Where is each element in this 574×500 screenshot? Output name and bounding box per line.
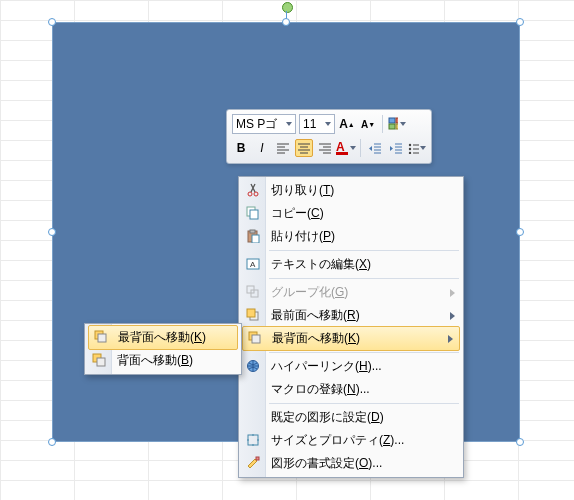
resize-handle-mr[interactable] <box>516 228 524 236</box>
menu-item-send-to-back[interactable]: 最背面へ移動(K) <box>242 326 460 351</box>
chevron-right-icon <box>450 312 455 320</box>
align-left-icon <box>276 142 290 154</box>
menu-item-size-properties[interactable]: サイズとプロパティ(Z)... <box>241 429 461 452</box>
menu-separator <box>269 403 459 404</box>
shrink-font-button[interactable]: A▼ <box>359 115 377 133</box>
menu-item-bring-to-front[interactable]: 最前面へ移動(R) <box>241 304 461 327</box>
svg-text:A: A <box>250 260 256 269</box>
menu-item-group: グループ化(G) <box>241 281 461 304</box>
chevron-right-icon <box>448 335 453 343</box>
copy-icon <box>245 205 261 221</box>
svg-point-4 <box>409 144 411 146</box>
menu-label: 最背面へ移動(K) <box>272 330 360 347</box>
align-left-button[interactable] <box>274 139 292 157</box>
menu-item-assign-macro[interactable]: マクロの登録(N)... <box>241 378 461 401</box>
svg-point-6 <box>409 152 411 154</box>
menu-label: 既定の図形に設定(D) <box>271 409 384 426</box>
font-size-value: 11 <box>303 117 316 131</box>
svg-rect-26 <box>98 334 106 342</box>
menu-label: 貼り付け(P) <box>271 228 335 245</box>
svg-point-5 <box>409 148 411 150</box>
menu-separator <box>269 250 459 251</box>
svg-rect-12 <box>250 230 255 233</box>
resize-handle-tl[interactable] <box>48 18 56 26</box>
menu-label: ハイパーリンク(H)... <box>271 358 382 375</box>
menu-label: サイズとプロパティ(Z)... <box>271 432 404 449</box>
send-back-icon <box>93 329 109 345</box>
svg-point-7 <box>248 192 252 196</box>
menu-item-edit-text[interactable]: A テキストの編集(X) <box>241 253 461 276</box>
chevron-down-icon <box>420 146 426 150</box>
style-gallery-button[interactable] <box>388 115 406 133</box>
menu-item-cut[interactable]: 切り取り(T) <box>241 179 461 202</box>
style-gallery-icon <box>388 117 398 131</box>
increase-indent-button[interactable] <box>387 139 405 157</box>
menu-label: コピー(C) <box>271 205 324 222</box>
chevron-down-icon <box>400 122 406 126</box>
outdent-icon <box>368 142 382 154</box>
menu-label: 最前面へ移動(R) <box>271 307 360 324</box>
svg-rect-21 <box>252 335 260 343</box>
svg-rect-0 <box>389 118 395 123</box>
hyperlink-icon <box>245 358 261 374</box>
resize-handle-tr[interactable] <box>516 18 524 26</box>
italic-button[interactable]: I <box>253 139 271 157</box>
resize-handle-tm[interactable] <box>282 18 290 26</box>
font-name-combo[interactable]: MS Pゴ <box>232 114 296 134</box>
resize-handle-ml[interactable] <box>48 228 56 236</box>
menu-item-format-shape[interactable]: 図形の書式設定(O)... <box>241 452 461 475</box>
menu-item-paste[interactable]: 貼り付け(P) <box>241 225 461 248</box>
grow-font-button[interactable]: A▲ <box>338 115 356 133</box>
align-center-icon <box>297 142 311 154</box>
decrease-indent-button[interactable] <box>366 139 384 157</box>
align-center-button[interactable] <box>295 139 313 157</box>
font-size-combo[interactable]: 11 <box>299 114 335 134</box>
menu-item-hyperlink[interactable]: ハイパーリンク(H)... <box>241 355 461 378</box>
svg-rect-1 <box>396 118 398 123</box>
size-icon <box>245 432 261 448</box>
svg-point-8 <box>254 192 258 196</box>
rotate-handle[interactable] <box>282 2 293 13</box>
menu-label: 最背面へ移動(K) <box>118 329 206 346</box>
bold-button[interactable]: B <box>232 139 250 157</box>
svg-rect-24 <box>256 457 259 460</box>
menu-separator <box>269 352 459 353</box>
send-backward-icon <box>91 352 107 368</box>
svg-rect-19 <box>247 309 255 317</box>
menu-item-copy[interactable]: コピー(C) <box>241 202 461 225</box>
menu-label: 図形の書式設定(O)... <box>271 455 382 472</box>
chevron-down-icon <box>286 122 292 126</box>
svg-rect-10 <box>250 210 258 219</box>
svg-rect-23 <box>248 435 258 445</box>
resize-handle-bl[interactable] <box>48 438 56 446</box>
chevron-down-icon <box>350 146 356 150</box>
menu-label: グループ化(G) <box>271 284 348 301</box>
svg-rect-3 <box>396 124 398 129</box>
svg-rect-28 <box>97 358 105 366</box>
bullets-icon <box>408 142 419 154</box>
submenu-item-send-backward[interactable]: 背面へ移動(B) <box>87 349 239 372</box>
bullets-button[interactable] <box>408 139 426 157</box>
cut-icon <box>245 182 261 198</box>
menu-item-set-default-shape[interactable]: 既定の図形に設定(D) <box>241 406 461 429</box>
resize-handle-br[interactable] <box>516 438 524 446</box>
context-menu: 切り取り(T) コピー(C) 貼り付け(P) A テキストの編集(X) グループ… <box>238 176 464 478</box>
group-icon <box>245 284 261 300</box>
menu-label: テキストの編集(X) <box>271 256 371 273</box>
send-back-icon <box>247 330 263 346</box>
align-right-icon <box>318 142 332 154</box>
submenu-item-send-to-back[interactable]: 最背面へ移動(K) <box>88 325 238 350</box>
svg-rect-2 <box>389 124 395 129</box>
menu-label: マクロの登録(N)... <box>271 381 370 398</box>
bring-front-icon <box>245 307 261 323</box>
font-color-button[interactable]: A <box>337 139 355 157</box>
mini-toolbar: MS Pゴ 11 A▲ A▼ B I A <box>226 109 432 164</box>
align-right-button[interactable] <box>316 139 334 157</box>
edit-text-icon: A <box>245 256 261 272</box>
font-name-value: MS Pゴ <box>236 116 277 133</box>
menu-label: 背面へ移動(B) <box>117 352 193 369</box>
format-shape-icon <box>245 455 261 471</box>
svg-rect-13 <box>252 235 259 243</box>
chevron-right-icon <box>450 289 455 297</box>
submenu-send-to-back: 最背面へ移動(K) 背面へ移動(B) <box>84 323 242 375</box>
